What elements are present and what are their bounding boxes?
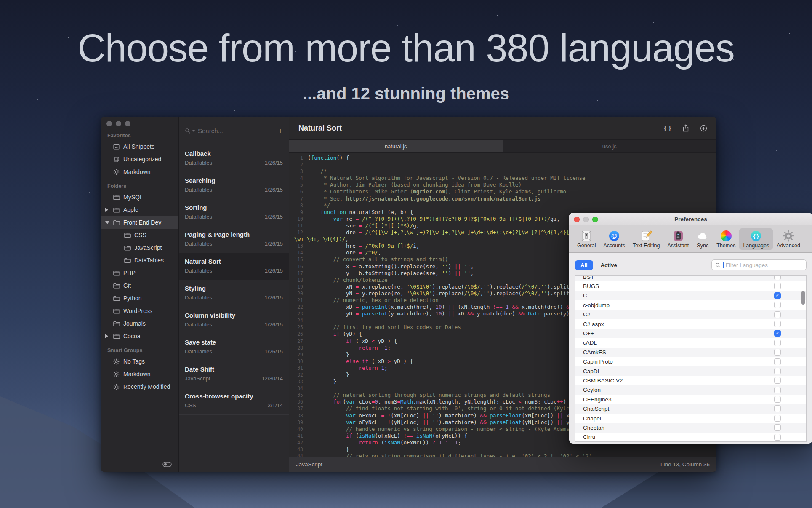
language-checkbox[interactable]: ✓ <box>774 292 781 299</box>
language-checkbox[interactable] <box>774 424 781 431</box>
snippet-row-callback[interactable]: CallbackDataTables1/26/15 <box>179 145 289 172</box>
prefs-tab-text-editing[interactable]: Text Editing <box>629 228 664 250</box>
language-row-bugs[interactable]: BUGS <box>575 281 806 291</box>
language-checkbox[interactable] <box>774 396 781 403</box>
language-row-chaiscript[interactable]: ChaiScript <box>575 404 806 413</box>
scrollbar-thumb[interactable] <box>801 291 805 305</box>
filter-all-button[interactable]: All <box>575 260 593 270</box>
sidebar-item-javascript[interactable]: JavaScript <box>101 241 178 254</box>
prefs-tab-sync[interactable]: Sync <box>692 228 713 250</box>
language-row-capdl[interactable]: CapDL <box>575 366 806 376</box>
sidebar-item-python[interactable]: Python <box>101 292 178 305</box>
language-row-cap-n-proto[interactable]: Cap'n Proto <box>575 357 806 366</box>
prefs-tab-languages[interactable]: { }Languages <box>739 228 773 250</box>
language-checkbox[interactable] <box>774 405 781 412</box>
chevron-right-icon[interactable] <box>105 208 108 212</box>
close-button[interactable] <box>106 121 112 126</box>
sidebar-item-journals[interactable]: Journals <box>101 317 178 330</box>
language-checkbox[interactable] <box>774 358 781 365</box>
language-checkbox[interactable] <box>774 275 781 280</box>
sidebar-item-css[interactable]: CSS <box>101 229 178 241</box>
snippet-row-styling[interactable]: StylingDataTables1/26/15 <box>179 280 289 307</box>
language-list[interactable]: BSTBUGSC✓c-objdumpC#C# aspxC++✓cADLCAmkE… <box>575 275 807 442</box>
window-controls[interactable] <box>106 121 130 126</box>
snippet-row-paging-page-length[interactable]: Paging & Page lengthDataTables1/26/15 <box>179 226 289 253</box>
braces-icon[interactable]: { } <box>664 125 671 131</box>
snippet-row-sorting[interactable]: SortingDataTables1/26/15 <box>179 199 289 226</box>
sidebar-item-wordpress[interactable]: WordPress <box>101 305 178 317</box>
language-row-c[interactable]: C✓ <box>575 291 806 300</box>
search-bar[interactable]: Search... + <box>179 117 289 145</box>
editor-statusbar: JavaScript Line 13, Column 36 <box>289 457 716 472</box>
sidebar-item-apple[interactable]: Apple <box>101 203 178 216</box>
zoom-button[interactable] <box>592 217 598 222</box>
language-checkbox[interactable] <box>774 340 781 346</box>
prefs-tab-advanced[interactable]: Advanced <box>773 228 804 250</box>
language-row-c[interactable]: C# <box>575 310 806 319</box>
language-row-c-objdump[interactable]: c-objdump <box>575 300 806 310</box>
language-row-camkes[interactable]: CAmkES <box>575 348 806 357</box>
snippet-row-date-shift[interactable]: Date ShiftJavaScript12/30/14 <box>179 361 289 388</box>
language-checkbox[interactable] <box>774 321 781 327</box>
language-row-cfengine3[interactable]: CFEngine3 <box>575 395 806 404</box>
snippet-row-save-state[interactable]: Save stateDataTables1/26/15 <box>179 334 289 361</box>
sidebar-toggle-icon[interactable] <box>162 461 172 468</box>
sidebar-item-all-snippets[interactable]: All Snippets <box>101 140 178 153</box>
prefs-tab-assistant[interactable]: Assistant <box>664 228 693 250</box>
language-checkbox[interactable]: ✓ <box>774 330 781 337</box>
sidebar-item-front-end-dev[interactable]: Front End Dev <box>101 216 178 229</box>
language-row-ceylon[interactable]: Ceylon <box>575 385 806 395</box>
language-checkbox[interactable] <box>774 349 781 356</box>
sidebar-item-markdown[interactable]: Markdown <box>101 368 178 380</box>
tab-natural-js[interactable]: natural.js <box>289 140 503 152</box>
sidebar-item-markdown[interactable]: Markdown <box>101 166 178 178</box>
snippet-row-searching[interactable]: SearchingDataTables1/26/15 <box>179 172 289 199</box>
language-checkbox[interactable] <box>774 368 781 374</box>
sidebar-item-recently-modified[interactable]: Recently Modified <box>101 380 178 393</box>
language-row-cheetah[interactable]: Cheetah <box>575 423 806 432</box>
close-button[interactable] <box>574 217 580 222</box>
language-row-cadl[interactable]: cADL <box>575 338 806 348</box>
sidebar-item-git[interactable]: Git <box>101 279 178 292</box>
language-checkbox[interactable] <box>774 415 781 422</box>
language-row-cbm-basic-v2[interactable]: CBM BASIC V2 <box>575 376 806 385</box>
sidebar-item-uncategorized[interactable]: Uncategorized <box>101 153 178 166</box>
minimize-button[interactable] <box>583 217 589 222</box>
minimize-button[interactable] <box>116 121 121 126</box>
sidebar-item-cocoa[interactable]: Cocoa <box>101 330 178 342</box>
language-checkbox[interactable] <box>774 283 781 289</box>
language-checkbox[interactable] <box>774 302 781 308</box>
snippet-row-natural-sort[interactable]: Natural SortDataTables1/26/15 <box>179 253 289 280</box>
zoom-button[interactable] <box>125 121 130 126</box>
sidebar-item-datatables[interactable]: DataTables <box>101 254 178 267</box>
sidebar-item-mysql[interactable]: MySQL <box>101 191 178 203</box>
prefs-tab-accounts[interactable]: @Accounts <box>599 228 628 250</box>
preferences-window-controls[interactable] <box>574 217 598 222</box>
chevron-down-icon[interactable] <box>105 221 109 224</box>
language-row-chapel[interactable]: Chapel <box>575 414 806 423</box>
language-checkbox[interactable] <box>774 434 781 441</box>
snippet-row-cross-browser-opacity[interactable]: Cross-browser opacityCSS3/1/14 <box>179 388 289 415</box>
add-circle-icon[interactable] <box>700 125 707 132</box>
snippet-row-column-visibility[interactable]: Column visibilityDataTables1/26/15 <box>179 307 289 334</box>
chevron-right-icon[interactable] <box>105 334 108 338</box>
language-checkbox[interactable] <box>774 311 781 318</box>
prefs-tab-general[interactable]: General <box>573 228 599 250</box>
tab-use-js[interactable]: use.js <box>503 140 717 152</box>
sidebar-item-php[interactable]: PHP <box>101 267 178 279</box>
code-text: } <box>308 351 349 358</box>
language-row-c-aspx[interactable]: C# aspx <box>575 319 806 329</box>
add-snippet-button[interactable]: + <box>278 126 283 135</box>
code-text: return 1; <box>308 365 388 372</box>
filter-languages-input[interactable]: Filter Languages <box>711 259 807 270</box>
share-icon[interactable] <box>682 124 689 132</box>
language-checkbox[interactable] <box>774 387 781 393</box>
language-row-cirru[interactable]: Cirru <box>575 433 806 442</box>
language-row-bst[interactable]: BST <box>575 275 806 281</box>
language-row-c[interactable]: C++✓ <box>575 329 806 338</box>
language-checkbox[interactable] <box>774 377 781 384</box>
filter-active-button[interactable]: Active <box>601 262 617 268</box>
sidebar-item-no-tags[interactable]: No Tags <box>101 355 178 368</box>
prefs-tab-themes[interactable]: Themes <box>713 228 739 250</box>
search-input[interactable]: Search... <box>198 127 275 134</box>
